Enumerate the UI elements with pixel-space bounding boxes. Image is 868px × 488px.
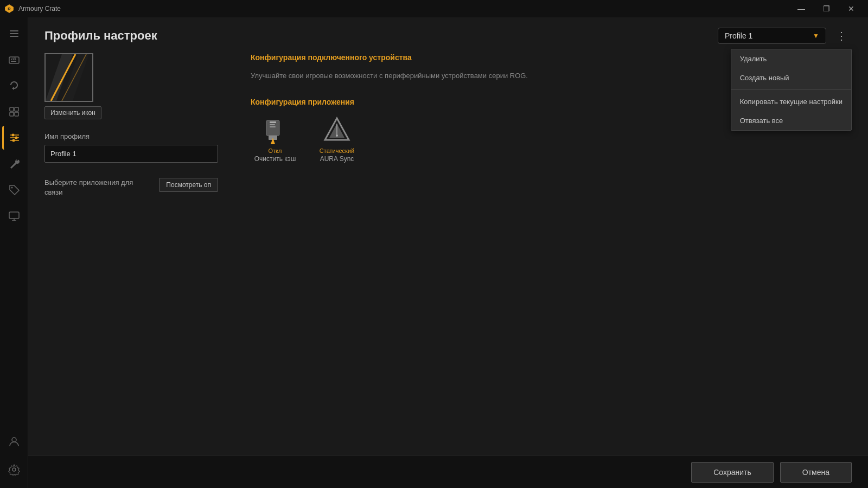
context-menu-divider [731,89,851,90]
context-menu: Удалить Создать новый Копировать текущие… [731,49,852,131]
svg-rect-35 [270,124,275,125]
sidebar-item-display[interactable] [2,204,26,228]
svg-rect-4 [10,36,18,37]
sidebar: KB [0,17,28,488]
bottom-bar: Сохранить Отмена [28,455,868,488]
user-icon [8,435,20,447]
svg-rect-34 [270,121,276,123]
svg-text:R: R [8,7,11,11]
settings-icon [8,464,20,476]
close-button[interactable]: ✕ [839,0,864,17]
view-all-button[interactable]: Посмотреть оп [159,178,218,192]
window-controls: — ❐ ✕ [789,0,864,17]
svg-rect-2 [10,30,18,31]
link-apps-label: Выберите приложения для связи [44,178,150,197]
tag-icon [8,184,20,196]
sidebar-item-scenarios[interactable] [2,100,26,124]
context-menu-delete[interactable]: Удалить [731,49,851,68]
content-area: Профиль настроек Profile 1 ▼ ⋮ Удалить С… [28,17,868,488]
app-item-cache[interactable]: Откл Очистить кэш [251,115,299,163]
connected-device-desc: Улучшайте свои игровые возможности с пер… [251,70,576,81]
display-icon [8,210,20,222]
svg-rect-36 [270,126,276,127]
svg-rect-9 [11,61,16,62]
title-bar-left: R Armoury Crate [4,4,61,14]
save-button[interactable]: Сохранить [691,462,774,483]
link-apps-row: Выберите приложения для связи Посмотреть… [44,178,218,197]
profile-name-input[interactable] [44,145,218,163]
aura-app-status: Статический [320,147,354,154]
change-icon-button[interactable]: Изменить икон [44,106,101,119]
svg-rect-14 [15,112,18,116]
app-logo-icon: R [4,4,14,14]
menu-icon [8,28,20,40]
sidebar-item-tag[interactable] [2,178,26,202]
sidebar-item-settings[interactable] [2,458,26,481]
more-options-button[interactable]: ⋮ [832,27,852,44]
sidebar-item-sliders[interactable] [2,126,26,150]
context-menu-unbind[interactable]: Отвязать все [731,111,851,130]
header-right: Profile 1 ▼ ⋮ [718,27,852,44]
sliders-icon [9,132,21,144]
context-menu-create[interactable]: Создать новый [731,68,851,87]
profile-dropdown-text: Profile 1 [725,31,813,40]
sidebar-item-keyboard[interactable]: KB [2,48,26,72]
sidebar-bottom [2,429,26,484]
app-item-aura[interactable]: Статический AURA Sync [312,115,361,163]
aura-app-name: AURA Sync [320,155,354,163]
aura-icon-wrap [322,115,352,145]
profile-icon-image [46,54,92,101]
scenarios-icon [8,106,20,118]
updates-icon [8,80,20,92]
svg-text:KB: KB [12,57,16,60]
content-header: Профиль настроек Profile 1 ▼ ⋮ [28,17,868,53]
svg-point-41 [336,134,338,137]
aura-icon [323,116,351,144]
svg-rect-11 [10,107,14,111]
profile-icon-container [44,53,93,102]
svg-point-25 [12,438,16,442]
svg-point-26 [12,468,16,471]
cache-app-status: Откл [269,147,282,154]
sidebar-item-user[interactable] [2,429,26,453]
cache-icon [261,116,289,144]
svg-rect-12 [15,107,18,111]
minimize-button[interactable]: — [789,0,814,17]
cache-app-name: Очистить кэш [254,155,296,163]
sidebar-item-menu[interactable] [2,22,26,46]
svg-point-21 [11,187,12,189]
cache-icon-wrap [260,115,290,145]
title-bar: R Armoury Crate — ❐ ✕ [0,0,868,17]
maximize-button[interactable]: ❐ [814,0,839,17]
profile-dropdown[interactable]: Profile 1 ▼ [718,28,826,44]
page-title: Профиль настроек [44,29,157,43]
svg-point-20 [12,139,15,142]
cancel-button[interactable]: Отмена [780,462,852,483]
keyboard-icon: KB [8,54,20,66]
left-panel: Изменить икон Имя профиля Выберите прило… [44,53,218,445]
wrench-icon [8,158,20,170]
svg-rect-13 [10,112,14,116]
svg-point-18 [15,137,18,139]
svg-rect-3 [10,33,18,34]
context-menu-copy[interactable]: Копировать текущие настройки [731,92,851,111]
svg-rect-22 [9,212,19,219]
dropdown-arrow-icon: ▼ [813,32,819,40]
main-layout: KB [0,17,868,488]
svg-point-16 [12,134,15,137]
profile-name-label: Имя профиля [44,132,218,140]
app-title: Armoury Crate [18,5,61,12]
sidebar-item-wrench[interactable] [2,152,26,176]
sidebar-item-updates[interactable] [2,74,26,98]
